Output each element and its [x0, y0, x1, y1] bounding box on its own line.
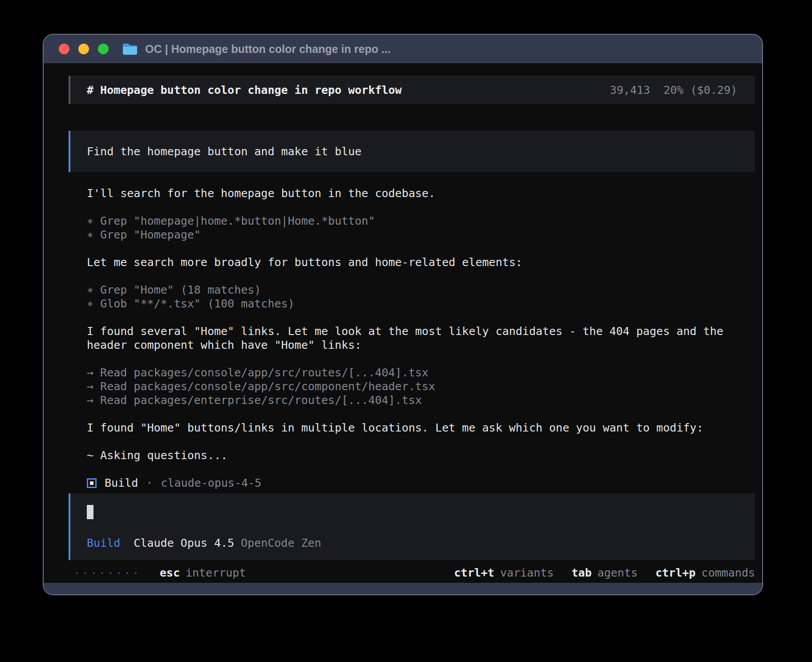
- tool-call: → Read packages/enterprise/src/routes/[.…: [87, 393, 744, 407]
- hint-key-ctrl-t: ctrl+t: [454, 566, 494, 579]
- close-button[interactable]: [59, 44, 69, 54]
- minimize-button[interactable]: [78, 44, 89, 54]
- agent-separator: ·: [146, 476, 153, 490]
- window-title: OC | Homepage button color change in rep…: [145, 43, 390, 56]
- assistant-text: I found "Home" buttons/links in multiple…: [87, 421, 744, 435]
- input-status-line: Build Claude Opus 4.5 OpenCode Zen: [87, 537, 739, 549]
- hint-label-variants: variants: [500, 566, 553, 579]
- text-cursor: [87, 505, 93, 519]
- status-bar: ········ esc interrupt ctrl+t variants t…: [74, 566, 755, 579]
- user-message: Find the homepage button and make it blu…: [69, 131, 755, 172]
- input-agent-label[interactable]: Build: [87, 537, 120, 549]
- hint-key-ctrl-p: ctrl+p: [655, 566, 695, 579]
- hint-label-commands: commands: [702, 566, 755, 579]
- terminal-content: # Homepage button color change in repo w…: [44, 63, 762, 583]
- hint-variants: ctrl+t variants: [454, 566, 554, 579]
- tool-call: → Read packages/console/app/src/componen…: [87, 379, 744, 393]
- window-titlebar[interactable]: OC | Homepage button color change in rep…: [44, 35, 762, 63]
- hint-agents: tab agents: [572, 566, 637, 579]
- assistant-text: Let me search more broadly for buttons a…: [87, 255, 744, 269]
- folder-icon: [122, 42, 138, 56]
- assistant-text: I'll search for the homepage button in t…: [87, 186, 744, 200]
- agent-icon: [87, 478, 97, 488]
- conversation: I'll search for the homepage button in t…: [87, 186, 744, 490]
- hint-commands: ctrl+p commands: [655, 566, 755, 579]
- spinner-dots: ········: [74, 567, 141, 579]
- tool-call: ∗ Grep "Homepage": [87, 228, 744, 242]
- input-provider-label: OpenCode Zen: [241, 537, 321, 549]
- input-model-label[interactable]: Claude Opus 4.5: [134, 537, 234, 549]
- session-stats: 39,413 20% ($0.29): [610, 84, 737, 97]
- hint-key-esc: esc: [160, 566, 180, 579]
- hint-interrupt: esc interrupt: [160, 566, 246, 579]
- agent-status-row: Build · claude-opus-4-5: [87, 476, 744, 490]
- context-usage: 20% ($0.29): [663, 84, 737, 97]
- right-hints: ctrl+t variants tab agents ctrl+p comman…: [454, 566, 755, 579]
- hint-key-tab: tab: [572, 566, 592, 579]
- tool-call: ∗ Glob "**/*.tsx" (100 matches): [87, 297, 744, 311]
- tool-call: ∗ Grep "Home" (18 matches): [87, 283, 744, 297]
- agent-name: Build: [105, 476, 138, 490]
- session-header: # Homepage button color change in repo w…: [69, 76, 755, 104]
- tool-call: ∗ Grep "homepage|home.*button|Home.*butt…: [87, 214, 744, 228]
- zoom-button[interactable]: [98, 44, 109, 54]
- agent-model: claude-opus-4-5: [161, 476, 261, 490]
- assistant-status-text: ~ Asking questions...: [87, 448, 744, 462]
- window-bottom-chrome: [44, 583, 762, 594]
- session-title: # Homepage button color change in repo w…: [87, 84, 402, 97]
- prompt-input[interactable]: Build Claude Opus 4.5 OpenCode Zen: [69, 493, 755, 560]
- assistant-text: I found several "Home" links. Let me loo…: [87, 324, 744, 352]
- tool-call: → Read packages/console/app/src/routes/[…: [87, 366, 744, 379]
- terminal-window: OC | Homepage button color change in rep…: [43, 34, 763, 595]
- user-message-text: Find the homepage button and make it blu…: [87, 145, 361, 158]
- hint-label-agents: agents: [597, 566, 637, 579]
- hint-label-interrupt: interrupt: [186, 566, 246, 579]
- token-count: 39,413: [610, 84, 650, 97]
